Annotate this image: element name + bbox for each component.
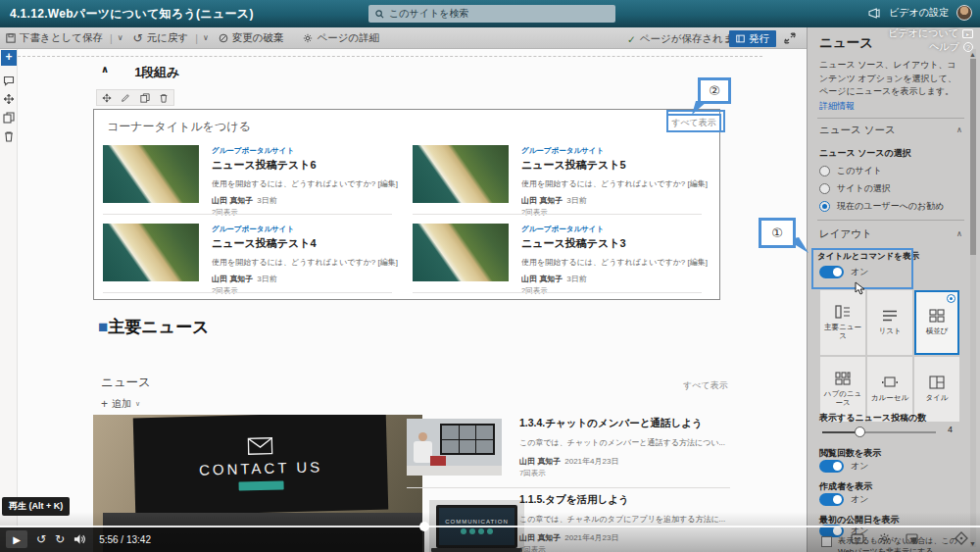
toggle-on-icon[interactable] [819,493,844,506]
move-icon[interactable] [3,93,15,105]
search-input[interactable]: このサイトを検索 [368,5,615,23]
play-button[interactable]: ▶ [6,530,27,548]
video-frame-icon: ▸ [962,29,973,38]
show-author-toggle[interactable]: オン [819,493,868,506]
move-icon[interactable] [102,93,112,103]
delete-icon[interactable] [159,93,169,103]
search-icon [375,10,384,19]
undo-button[interactable]: ↺ 元に戻す [127,27,195,48]
layout-section-header[interactable]: レイアウト [819,227,872,241]
news-item-author: 山田 真知子 [519,457,561,466]
panel-title: ニュース [819,34,873,52]
divider [103,292,392,293]
main-heading: ■主要ニュース [98,316,209,338]
news-item-views: 7回表示 [519,545,727,552]
add-news-button[interactable]: + 追加 ∨ [101,397,140,411]
webpart-title-placeholder[interactable]: コーナータイトルをつける [107,119,251,135]
radio-this-site[interactable]: このサイト [819,165,882,177]
publish-button[interactable]: 発行 [729,30,776,47]
card-site-name[interactable]: グループポータルサイト [212,225,399,234]
radio-select-sites[interactable]: サイトの選択 [819,182,891,195]
fullscreen-icon[interactable] [955,531,968,545]
see-all-highlight [666,110,725,132]
comment-note-icon[interactable] [3,75,15,86]
publish-label: 発行 [749,32,769,46]
news-card-thumbnail [413,145,509,203]
card-site-name[interactable]: グループポータルサイト [521,146,709,156]
scrollbar-thumb[interactable] [970,59,976,255]
divider [413,292,702,293]
scroll-down-icon[interactable]: ▼ [969,540,976,547]
layout-tile-side-by-side[interactable]: 横並び [914,290,959,355]
video-frame: 4.1.12.Webパーツについて知ろう(ニュース) このサイトを検索 ビデオの… [0,0,980,552]
card-site-name[interactable]: グループポータルサイト [521,225,709,234]
news-list-item[interactable]: 1.1.5.タブを活用しよう この章では、チャネルのタブにアプリを追加する方法に… [519,493,727,552]
news-card[interactable]: グループポータルサイト ニュース投稿テスト3 使用を開始するには、どうすればよい… [413,224,709,295]
duplicate-icon[interactable] [3,112,15,124]
see-all-link[interactable]: すべて表示 [683,379,728,392]
side-by-side-icon [929,309,945,323]
section-title: 1段組み [134,64,180,81]
card-title[interactable]: ニュース投稿テスト3 [521,236,709,251]
about-video-link[interactable]: ビデオについて ▸ [888,26,973,40]
seek-bar[interactable] [0,526,980,527]
chevron-up-icon[interactable]: ∧ [956,125,962,134]
panel-description: ニュース ソース、レイアウト、コンテンツ オプションを選択して、ページにニュース… [819,59,958,99]
add-section-button[interactable]: + [1,50,17,66]
hero-caption: CONTACT US [199,458,323,477]
video-settings-label[interactable]: ビデオの設定 [889,6,949,20]
news-section-title: ニュース [101,375,151,391]
settings-gear-icon[interactable] [878,532,891,545]
card-site-name[interactable]: グループポータルサイト [212,146,399,156]
news-list-item[interactable]: 1.3.4.チャットのメンバーと通話しよう この章では、チャットのメンバーと通話… [519,417,727,478]
help-link[interactable]: ヘルプ ? [929,40,973,54]
card-description: 使用を開始するには、どうすればよいですか? [編集] を... [521,178,709,189]
section-header[interactable]: ∧ 1段組み [101,64,180,81]
card-title[interactable]: ニュース投稿テスト6 [212,158,399,173]
toggle-on-icon[interactable] [819,460,844,473]
news-item-thumbnail[interactable] [407,419,502,476]
delete-icon[interactable] [3,130,15,142]
card-title[interactable]: ニュース投稿テスト5 [521,158,709,173]
save-draft-button[interactable]: 下書きとして保存 [0,27,109,48]
help-question-icon: ? [963,42,973,52]
hide-webpart-checkbox[interactable]: 表示するものがない場合は、このWebパーツを非表示にする [821,536,969,552]
news-source-section-header[interactable]: ニュース ソース [819,124,896,137]
radio-recommended[interactable]: 現在のユーザーへのお勧め [819,200,944,213]
post-count-slider[interactable] [822,431,936,433]
skip-back-icon[interactable]: ↺ [36,532,46,546]
popout-icon[interactable] [906,533,918,544]
show-views-toggle[interactable]: オン [819,460,868,473]
news-item-title[interactable]: 1.1.5.タブを活用しよう [519,493,727,507]
captions-icon[interactable] [851,533,864,544]
discard-changes-button[interactable]: 変更の破棄 [213,27,290,48]
save-draft-chevron-icon[interactable]: ∨ [114,33,127,42]
news-card[interactable]: グループポータルサイト ニュース投稿テスト6 使用を開始するには、どうすればよい… [103,145,399,217]
news-item-title[interactable]: 1.3.4.チャットのメンバーと通話しよう [519,417,727,430]
show-views-label: 閲覧回数を表示 [819,447,881,460]
edit-pencil-icon[interactable] [121,93,130,103]
save-draft-label: 下書きとして保存 [20,31,103,45]
seek-playhead[interactable] [419,522,429,531]
volume-icon[interactable] [74,533,86,545]
list-icon [882,309,898,323]
news-card[interactable]: グループポータルサイト ニュース投稿テスト4 使用を開始するには、どうすればよい… [103,224,399,295]
collapse-panel-icon[interactable] [784,32,796,44]
feedback-megaphone-icon[interactable] [868,8,881,19]
avatar[interactable] [956,5,972,21]
news-card[interactable]: グループポータルサイト ニュース投稿テスト5 使用を開始するには、どうすればよい… [413,145,709,217]
card-title[interactable]: ニュース投稿テスト4 [212,236,399,251]
duplicate-icon[interactable] [140,93,150,103]
page-details-button[interactable]: ページの詳細 [297,27,385,48]
slider-thumb[interactable] [855,427,865,437]
collapse-chevron-icon[interactable]: ∧ [101,64,109,81]
more-info-link[interactable]: 詳細情報 [819,100,855,113]
undo-chevron-icon[interactable]: ∨ [199,33,213,42]
card-author: 山田 真知子 [521,196,563,205]
post-count-value: 4 [948,425,953,434]
chevron-down-icon: ∨ [135,400,140,408]
skip-forward-icon[interactable]: ↻ [55,532,65,546]
layout-tile-top-news[interactable]: 主要ニュース [820,290,865,355]
chevron-up-icon[interactable]: ∧ [956,229,962,238]
layout-tile-list[interactable]: リスト [867,290,912,355]
